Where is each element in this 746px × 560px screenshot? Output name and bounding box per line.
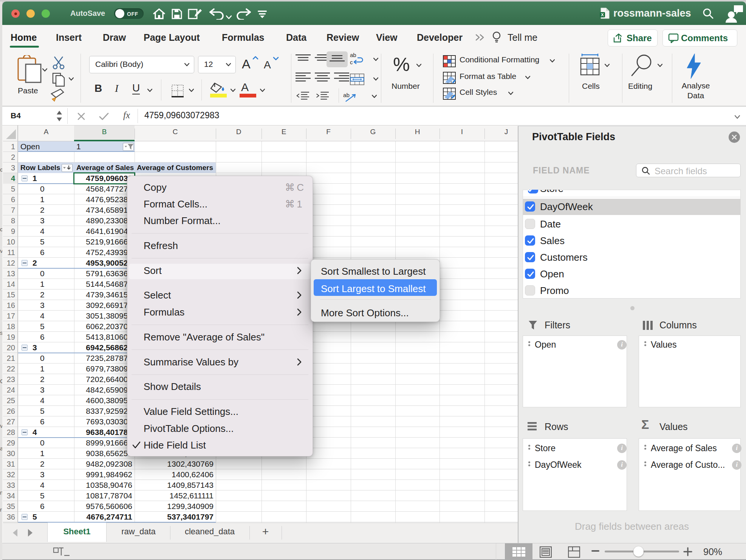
svg-text:X: X — [601, 12, 604, 17]
svg-text:ab: ab — [350, 52, 356, 58]
svg-text:c: c — [350, 59, 353, 65]
svg-text:ab: ab — [343, 92, 350, 98]
